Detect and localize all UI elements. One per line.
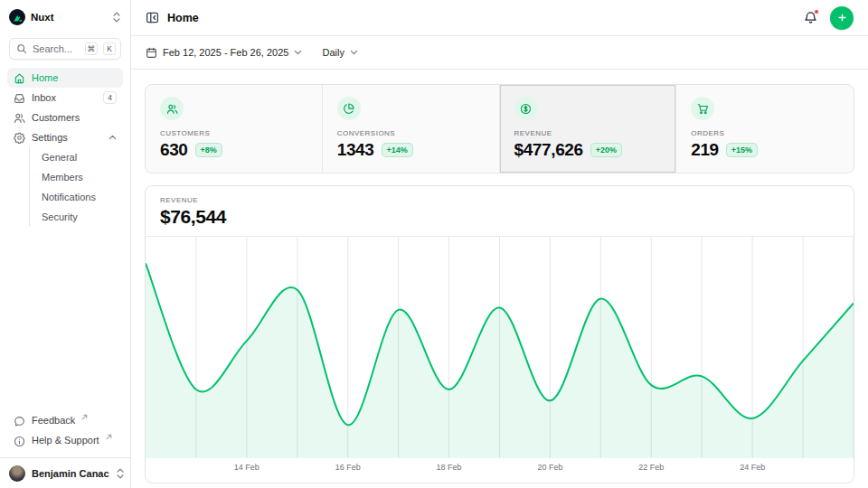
period-value: Daily (322, 47, 344, 58)
stat-card-orders[interactable]: ORDERS 219 +15% (676, 85, 854, 173)
sidebar-item-members[interactable]: Members (30, 167, 123, 187)
user-menu[interactable]: Benjamin Canac (0, 457, 130, 488)
stat-label: CONVERSIONS (337, 129, 485, 137)
sidebar-nav: Home Inbox 4 Customers Settings (0, 68, 130, 227)
x-axis-label: 14 Feb (234, 463, 259, 472)
main-area: Home Feb 12, 2025 - Feb 26, 2025 (131, 0, 868, 488)
x-axis-label: 16 Feb (335, 463, 361, 472)
inbox-icon (14, 92, 25, 104)
sidebar-item-label: Home (32, 72, 58, 83)
workspace-name: Nuxt (31, 12, 54, 23)
help-support-link[interactable]: Help & Support (7, 432, 123, 452)
user-name: Benjamin Canac (32, 468, 109, 479)
x-axis-label: 18 Feb (437, 463, 462, 472)
gear-icon (14, 132, 25, 144)
submenu-label: Notifications (42, 192, 96, 202)
dollar-circle-icon (514, 97, 538, 120)
sidebar-item-label: Inbox (32, 92, 56, 103)
header-actions (804, 6, 854, 30)
date-range-value: Feb 12, 2025 - Feb 26, 2025 (163, 47, 288, 58)
sidebar-item-security[interactable]: Security (30, 207, 123, 227)
x-axis-label: 22 Feb (638, 463, 664, 472)
sidebar-item-label: Customers (32, 112, 80, 123)
revenue-chart[interactable] (146, 237, 854, 458)
feedback-link[interactable]: Feedback (7, 412, 123, 432)
chat-bubble-icon (14, 416, 25, 427)
chevrons-up-down-icon (112, 12, 121, 23)
kbd-k: K (103, 42, 116, 55)
sidebar-item-general[interactable]: General (30, 147, 123, 167)
sidebar: Nuxt Search... ⌘ K Home (0, 0, 131, 488)
stat-label: REVENUE (514, 129, 662, 137)
info-circle-icon (14, 436, 25, 447)
stat-label: ORDERS (691, 129, 839, 137)
sidebar-item-notifications[interactable]: Notifications (30, 187, 123, 207)
stat-delta-badge: +14% (382, 143, 413, 157)
sidebar-spacer (0, 227, 130, 412)
sidebar-item-settings[interactable]: Settings (7, 127, 123, 147)
cart-icon (691, 97, 714, 120)
app-root: Nuxt Search... ⌘ K Home (0, 0, 868, 488)
page-header: Home (131, 0, 868, 36)
page-title: Home (167, 12, 199, 24)
area-chart-svg (146, 237, 854, 458)
chart-title: REVENUE (160, 196, 839, 204)
chart-total-value: $76,544 (160, 206, 839, 228)
submenu-label: Members (42, 172, 83, 183)
sidebar-item-label: Settings (32, 132, 68, 143)
chevron-down-icon (294, 49, 302, 56)
users-icon (160, 97, 184, 120)
chevrons-up-down-icon (116, 468, 125, 479)
stat-value: 1343 (337, 140, 374, 160)
workspace-switcher[interactable]: Nuxt (0, 0, 130, 29)
notification-dot (814, 9, 819, 14)
users-icon (14, 112, 25, 124)
revenue-chart-panel: REVENUE $76,544 14 Feb16 Feb18 Feb20 Feb… (145, 185, 854, 483)
submenu-label: General (42, 152, 77, 163)
stat-card-conversions[interactable]: CONVERSIONS 1343 +14% (323, 85, 500, 173)
stat-value: 630 (160, 140, 188, 160)
add-button[interactable] (830, 6, 854, 30)
stat-delta-badge: +15% (726, 143, 758, 157)
chevron-down-icon (350, 49, 358, 56)
calendar-icon (146, 47, 157, 59)
x-axis: 14 Feb16 Feb18 Feb20 Feb22 Feb24 Feb (146, 458, 854, 478)
stat-label: CUSTOMERS (160, 129, 307, 137)
home-icon (14, 72, 25, 84)
stat-delta-badge: +8% (195, 143, 222, 157)
nuxt-logo-icon (9, 9, 25, 25)
stat-card-revenue[interactable]: REVENUE $477,626 +20% (500, 85, 677, 173)
search-icon (16, 43, 27, 54)
x-axis-label: 24 Feb (740, 463, 765, 472)
submenu-label: Security (42, 211, 78, 222)
panel-collapse-icon[interactable] (146, 11, 159, 24)
settings-submenu: General Members Notifications Security (29, 147, 123, 227)
stats-row: CUSTOMERS 630 +8% CONVERSIONS 1343 +14% (145, 84, 854, 174)
notifications-button[interactable] (804, 11, 817, 24)
search-placeholder: Search... (33, 43, 80, 54)
dashboard-content: CUSTOMERS 630 +8% CONVERSIONS 1343 +14% (131, 70, 868, 483)
stat-value: $477,626 (514, 140, 583, 160)
sidebar-item-inbox[interactable]: Inbox 4 (7, 88, 123, 108)
filters-toolbar: Feb 12, 2025 - Feb 26, 2025 Daily (131, 36, 868, 70)
footer-link-label: Feedback (32, 415, 75, 426)
pie-chart-icon (337, 97, 361, 120)
inbox-count-badge: 4 (103, 91, 117, 104)
external-link-icon (106, 434, 112, 440)
stat-delta-badge: +20% (590, 143, 622, 157)
footer-link-label: Help & Support (32, 435, 99, 446)
stat-value: 219 (691, 140, 719, 160)
external-link-icon (81, 414, 88, 420)
stat-card-customers[interactable]: CUSTOMERS 630 +8% (146, 85, 323, 173)
chart-header: REVENUE $76,544 (146, 186, 854, 237)
sidebar-item-home[interactable]: Home (7, 68, 123, 88)
kbd-cmd: ⌘ (85, 42, 99, 55)
search-input[interactable]: Search... ⌘ K (9, 38, 121, 60)
date-range-picker[interactable]: Feb 12, 2025 - Feb 26, 2025 (146, 47, 302, 59)
avatar (9, 465, 25, 482)
period-select[interactable]: Daily (322, 47, 357, 58)
sidebar-item-customers[interactable]: Customers (7, 108, 123, 127)
chevron-up-icon (108, 134, 117, 141)
x-axis-label: 20 Feb (537, 463, 562, 472)
sidebar-footer: Feedback Help & Support (0, 412, 130, 457)
